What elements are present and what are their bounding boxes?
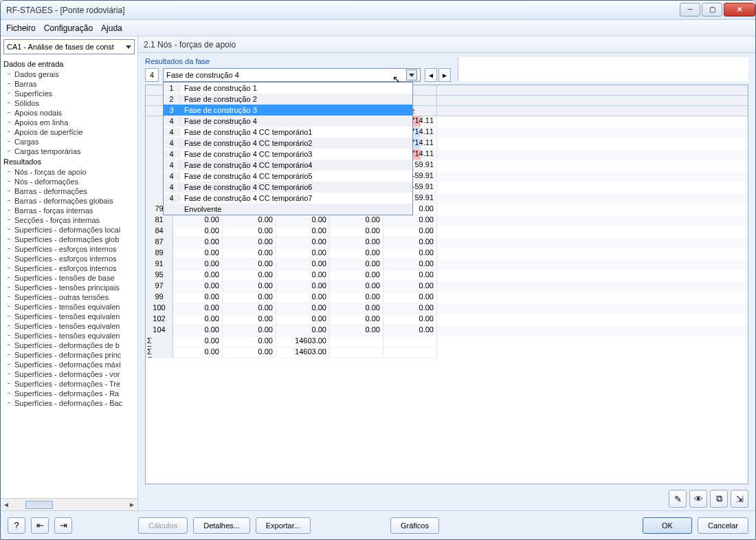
table-row[interactable]: 1000.000.000.000.000.00 <box>146 303 748 314</box>
calc-button[interactable]: Cálculos <box>138 517 188 534</box>
tree-item[interactable]: Superfícies - tensões equivalen <box>1 321 137 331</box>
table-row[interactable]: 1020.000.000.000.000.00 <box>146 314 748 325</box>
tree-item[interactable]: Superfícies - deformações princ <box>1 350 137 360</box>
table-row[interactable]: 870.000.000.000.000.00 <box>146 237 748 248</box>
phase-select[interactable]: Fase de construção 4 <box>163 68 421 82</box>
cell: 0.00 <box>173 336 223 347</box>
dropdown-item[interactable]: 4Fase de construção 4 CC temporário6 <box>164 182 412 193</box>
prev-phase-button[interactable]: ◄ <box>425 68 437 82</box>
dropdown-item[interactable]: 4Fase de construção 4 CC temporário2 <box>164 138 412 149</box>
details-button[interactable]: Detalhes... <box>193 517 250 534</box>
tree-item[interactable]: Barras - forças internas <box>1 206 137 215</box>
cell: 0.00 <box>383 325 437 336</box>
menu-help[interactable]: Ajuda <box>101 23 122 33</box>
tree-item[interactable]: Superfícies - tensões principais <box>1 283 137 292</box>
table-row[interactable]: 950.000.000.000.000.00 <box>146 270 748 281</box>
toolbar-icons: ✎ 👁 ⧉ ⇲ <box>138 487 755 510</box>
cell: 0.00 <box>223 237 276 248</box>
tree-item[interactable]: Dados gerais <box>1 69 137 79</box>
tree-item[interactable]: Barras - deformações globais <box>1 196 137 206</box>
tree-item[interactable]: Cargas <box>1 137 137 147</box>
cell: 97 <box>146 281 173 292</box>
case-combo[interactable]: CA1 - Análise de fases de const <box>3 39 135 54</box>
next-phase-button[interactable]: ► <box>438 68 451 82</box>
tree-item[interactable]: Superfícies <box>1 89 137 98</box>
tree-item[interactable]: Superfícies - deformações glob <box>1 235 137 244</box>
dropdown-item[interactable]: 3Fase de construção 3 <box>164 105 412 116</box>
view-icon[interactable]: 👁 <box>689 490 707 508</box>
scroll-right-icon[interactable]: ► <box>126 499 137 510</box>
maximize-button[interactable]: ▢ <box>702 3 722 17</box>
tree-item[interactable]: Superfícies - tensões equivalen <box>1 331 137 341</box>
tree-group-results[interactable]: Resultados <box>1 156 137 167</box>
dropdown-item[interactable]: 2Fase de construção 2 <box>164 94 412 105</box>
dropdown-item[interactable]: 4Fase de construção 4 CC temporário3 <box>164 149 412 160</box>
cancel-button[interactable]: Cancelar <box>698 517 748 534</box>
tree-group-input[interactable]: Dados de entrada <box>1 58 137 69</box>
tree-item[interactable]: Superfícies - tensões de base <box>1 273 137 283</box>
tree-item[interactable]: Superfícies - deformações locai <box>1 225 137 235</box>
sidebar: CA1 - Análise de fases de const Dados de… <box>1 36 138 510</box>
tree-item[interactable]: Nós - deformações <box>1 177 137 186</box>
tree-item[interactable]: Superfícies - deformações de b <box>1 341 137 350</box>
tree-item[interactable]: Superfícies - outras tensões <box>1 292 137 302</box>
tree-item[interactable]: Apoios de superfície <box>1 127 137 137</box>
tree-item[interactable]: Superfícies - tensões equivalen <box>1 312 137 321</box>
table-row[interactable]: 890.000.000.000.000.00 <box>146 248 748 259</box>
help-button[interactable]: ? <box>8 517 25 534</box>
table-row[interactable]: 1040.000.000.000.000.00 <box>146 325 748 336</box>
pick-icon[interactable]: ✎ <box>669 490 687 508</box>
tree-item[interactable]: Superfícies - esforços internos <box>1 244 137 254</box>
export-icon[interactable]: ⇲ <box>731 490 748 508</box>
phase-row: 4 Fase de construção 4 ◄ ► 1Fase de cons… <box>145 68 451 82</box>
table-row[interactable]: 840.000.000.000.000.00 <box>146 226 748 237</box>
cell: 0.00 <box>330 237 383 248</box>
filter-icon[interactable]: ⧉ <box>710 490 728 508</box>
export-button[interactable]: Exportar... <box>256 517 311 534</box>
table-row[interactable]: 990.000.000.000.000.00 <box>146 292 748 303</box>
tree-item[interactable]: Sólidos <box>1 98 137 108</box>
dropdown-item[interactable]: 4Fase de construção 4 CC temporário1 <box>164 127 412 138</box>
dropdown-item[interactable]: 4Fase de construção 4 CC temporário7 <box>164 193 412 204</box>
table-row[interactable]: 910.000.000.000.000.00 <box>146 259 748 270</box>
table-row[interactable]: 970.000.000.000.000.00 <box>146 281 748 292</box>
dropdown-item[interactable]: 4Fase de construção 4 CC temporário5 <box>164 171 412 182</box>
cell: 0.00 <box>223 303 276 314</box>
tree-item[interactable]: Superfícies - deformações - Tre <box>1 379 137 389</box>
dropdown-item[interactable]: 1Fase de construção 1 <box>164 83 412 94</box>
tree-item[interactable]: Superfícies - esforços internos <box>1 263 137 273</box>
menu-file[interactable]: Ficheiro <box>6 23 36 33</box>
dropdown-item[interactable]: Envolvente <box>164 204 412 215</box>
tree-item[interactable]: Superfícies - esforços internos <box>1 254 137 263</box>
tree-item[interactable]: Cargas temporárias <box>1 147 137 156</box>
bottom-bar: ? ⇤ ⇥ Cálculos Detalhes... Exportar... G… <box>1 510 755 539</box>
phase-dropdown[interactable]: 1Fase de construção 12Fase de construção… <box>163 82 413 215</box>
table-row[interactable]: 810.000.000.000.000.00 <box>146 215 748 226</box>
chevron-down-icon[interactable] <box>406 69 417 80</box>
minimize-button[interactable]: ─ <box>680 3 700 17</box>
menu-config[interactable]: Configuração <box>44 23 93 33</box>
next-table-button[interactable]: ⇥ <box>54 517 72 534</box>
tree-item[interactable]: Superfícies - deformações - vor <box>1 369 137 379</box>
tree-item[interactable]: Superfícies - tensões equivalen <box>1 302 137 312</box>
close-button[interactable]: ✕ <box>724 3 755 17</box>
scroll-thumb[interactable] <box>25 501 53 509</box>
tree-item[interactable]: Superfícies - deformações - Bac <box>1 398 137 408</box>
tree-item[interactable]: Nós - forças de apoio <box>1 167 137 177</box>
prev-table-button[interactable]: ⇤ <box>31 517 49 534</box>
tree-item[interactable]: Barras <box>1 79 137 89</box>
tree-item[interactable]: Apoios nodais <box>1 108 137 118</box>
tree-item[interactable]: Secções - forças internas <box>1 215 137 225</box>
sidebar-hscroll[interactable]: ◄ ► <box>1 498 137 510</box>
scroll-left-icon[interactable]: ◄ <box>1 499 12 510</box>
cell: 0.00 <box>330 325 383 336</box>
graphics-button[interactable]: Gráficos <box>390 517 439 534</box>
dropdown-item[interactable]: 4Fase de construção 4 CC temporário4 <box>164 160 412 171</box>
tree-item[interactable]: Superfícies - deformações - Ra <box>1 389 137 398</box>
nav-tree[interactable]: Dados de entradaDados geraisBarrasSuperf… <box>1 57 137 498</box>
dropdown-item[interactable]: 4Fase de construção 4 <box>164 116 412 127</box>
tree-item[interactable]: Barras - deformações <box>1 186 137 196</box>
tree-item[interactable]: Superfícies - deformações máxi <box>1 360 137 369</box>
ok-button[interactable]: OK <box>643 517 692 534</box>
tree-item[interactable]: Apoios em linha <box>1 118 137 127</box>
